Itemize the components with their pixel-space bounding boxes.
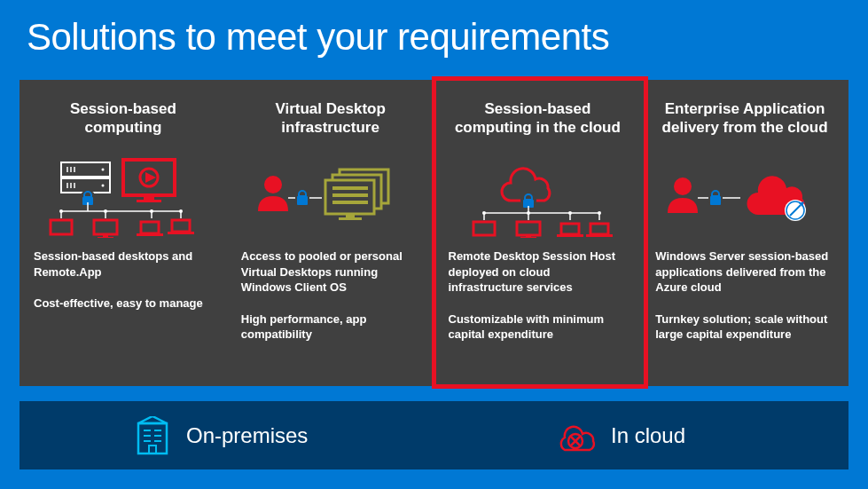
desc-text: Customizable with minimum capital expend… — [449, 312, 628, 343]
icon-session-cloud — [449, 155, 628, 240]
svg-point-6 — [101, 184, 104, 186]
svg-point-57 — [527, 211, 530, 215]
col-desc-2: Access to pooled or personal Virtual Des… — [241, 248, 420, 359]
svg-marker-16 — [145, 172, 156, 183]
cloud-icon — [556, 420, 595, 452]
svg-rect-43 — [346, 214, 355, 217]
svg-rect-31 — [141, 222, 159, 233]
col-desc-3: Remote Desktop Session Host deployed on … — [449, 248, 628, 359]
svg-rect-32 — [137, 233, 163, 236]
icon-enterprise-cloud — [655, 155, 834, 240]
svg-rect-70 — [710, 196, 721, 205]
svg-rect-37 — [297, 196, 308, 205]
svg-rect-65 — [557, 234, 583, 237]
desc-text: Cost-effective, easy to manage — [34, 296, 213, 312]
svg-rect-30 — [98, 237, 113, 238]
col-title-3: Session-based computing in the cloud — [449, 99, 628, 151]
icon-session-based — [34, 155, 213, 240]
footer-cloud: In cloud — [427, 401, 848, 469]
desc-text: High performance, app compatibility — [241, 312, 420, 343]
svg-marker-78 — [138, 416, 167, 423]
col-title-2: Virtual Desktop infrastructure — [241, 99, 420, 151]
svg-rect-67 — [586, 234, 613, 237]
footer-onprem: On-premises — [20, 401, 427, 469]
building-icon — [135, 416, 170, 455]
col-vdi: Virtual Desktop infrastructure — [227, 80, 434, 386]
footer-label-right: In cloud — [611, 423, 685, 448]
svg-rect-14 — [137, 200, 161, 202]
svg-rect-85 — [149, 446, 156, 454]
svg-rect-33 — [172, 220, 190, 232]
svg-rect-77 — [138, 423, 167, 454]
svg-point-35 — [264, 176, 282, 193]
svg-point-56 — [482, 211, 486, 215]
svg-point-24 — [104, 209, 107, 213]
svg-rect-60 — [473, 222, 495, 235]
slide: Solutions to meet your requirements Sess… — [0, 0, 868, 489]
svg-point-25 — [150, 209, 153, 213]
svg-rect-64 — [561, 224, 579, 234]
svg-rect-29 — [103, 234, 108, 237]
svg-rect-62 — [526, 235, 531, 237]
col-enterprise-cloud: Enterprise Application delivery from the… — [641, 80, 848, 386]
svg-rect-27 — [51, 220, 72, 234]
col-session-based: Session-based computing — [20, 80, 227, 386]
col-desc-1: Session-based desktops and Remote.App Co… — [34, 248, 213, 327]
svg-rect-34 — [168, 232, 194, 234]
desc-text: Session-based desktops and Remote.App — [34, 248, 213, 280]
svg-point-58 — [568, 211, 572, 215]
svg-rect-47 — [332, 201, 368, 204]
col-session-cloud: Session-based computing in the cloud — [434, 80, 642, 386]
icon-vdi — [241, 155, 420, 240]
svg-point-68 — [674, 177, 692, 195]
svg-rect-63 — [520, 237, 536, 238]
desc-text: Windows Server session-based application… — [655, 248, 834, 296]
svg-rect-61 — [517, 222, 540, 235]
svg-rect-46 — [332, 193, 368, 197]
desc-text: Access to pooled or personal Virtual Des… — [241, 248, 420, 296]
col-desc-4: Windows Server session-based application… — [655, 248, 834, 359]
solutions-panel: Session-based computing — [20, 80, 848, 386]
desc-text: Remote Desktop Session Host deployed on … — [449, 248, 628, 296]
desc-text: Turnkey solution; scale without large ca… — [655, 312, 834, 343]
svg-point-59 — [598, 211, 601, 215]
svg-rect-45 — [332, 186, 368, 190]
svg-point-26 — [179, 209, 183, 213]
svg-rect-13 — [144, 195, 154, 200]
footer-label-left: On-premises — [186, 423, 308, 448]
footer: On-premises In cloud — [20, 401, 848, 469]
page-title: Solutions to meet your requirements — [0, 0, 868, 59]
svg-rect-44 — [339, 217, 362, 220]
svg-rect-28 — [94, 220, 117, 234]
svg-point-23 — [59, 209, 63, 213]
svg-point-1 — [101, 168, 104, 170]
col-title-1: Session-based computing — [34, 99, 213, 151]
col-title-4: Enterprise Application delivery from the… — [655, 99, 834, 151]
svg-rect-66 — [590, 224, 608, 234]
